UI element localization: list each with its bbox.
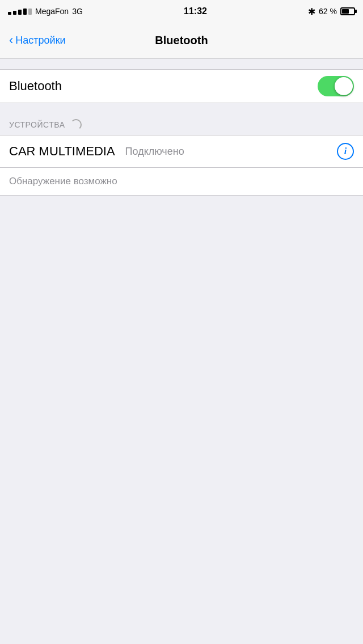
devices-label: УСТРОЙСТВА bbox=[9, 120, 65, 129]
battery-icon bbox=[340, 7, 355, 15]
device-row-left: CAR MULTIMEDIA Подключено bbox=[9, 144, 184, 159]
nav-bar: ‹ Настройки Bluetooth bbox=[0, 23, 363, 59]
back-button[interactable]: ‹ Настройки bbox=[9, 35, 66, 46]
device-status: Подключено bbox=[125, 146, 184, 158]
bluetooth-toggle[interactable] bbox=[318, 76, 354, 96]
back-chevron-icon: ‹ bbox=[9, 34, 13, 46]
discovery-text: Обнаружение возможно bbox=[9, 176, 117, 187]
bluetooth-icon: ✱ bbox=[308, 6, 315, 17]
bluetooth-section: Bluetooth bbox=[0, 69, 363, 103]
status-left: MegaFon 3G bbox=[8, 7, 83, 16]
info-icon: i bbox=[344, 146, 347, 156]
devices-gap bbox=[0, 103, 363, 113]
battery-percent-label: 62 % bbox=[319, 7, 337, 16]
network-label: 3G bbox=[72, 7, 83, 16]
devices-header: УСТРОЙСТВА bbox=[0, 113, 363, 135]
loading-spinner bbox=[70, 119, 82, 130]
page-title: Bluetooth bbox=[155, 34, 208, 47]
time-label: 11:32 bbox=[184, 6, 207, 16]
device-name: CAR MULTIMEDIA bbox=[9, 144, 115, 159]
toggle-knob bbox=[335, 77, 353, 95]
back-label: Настройки bbox=[15, 35, 65, 46]
gap-top bbox=[0, 59, 363, 69]
status-right: ✱ 62 % bbox=[308, 6, 355, 17]
battery-fill bbox=[342, 9, 349, 14]
discovery-section: Обнаружение возможно bbox=[0, 168, 363, 196]
carrier-label: MegaFon bbox=[35, 7, 69, 16]
signal-dots bbox=[8, 9, 32, 15]
bluetooth-label: Bluetooth bbox=[9, 79, 62, 94]
device-info-button[interactable]: i bbox=[337, 143, 354, 160]
status-bar: MegaFon 3G 11:32 ✱ 62 % bbox=[0, 0, 363, 23]
device-row[interactable]: CAR MULTIMEDIA Подключено i bbox=[0, 135, 363, 168]
bluetooth-row: Bluetooth bbox=[0, 70, 363, 103]
